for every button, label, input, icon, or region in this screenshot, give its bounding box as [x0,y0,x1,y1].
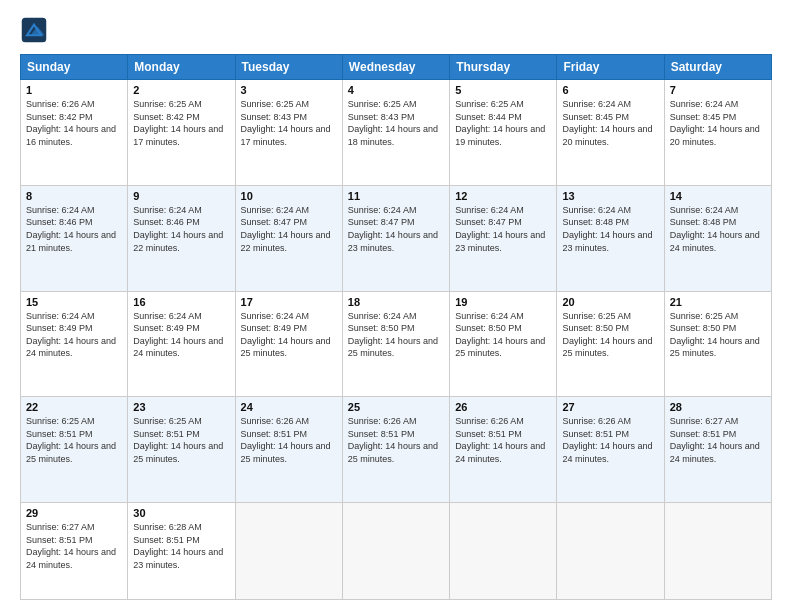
calendar-cell: 5Sunrise: 6:25 AMSunset: 8:44 PMDaylight… [450,80,557,186]
cell-info: Sunrise: 6:24 AMSunset: 8:46 PMDaylight:… [133,204,229,254]
day-number: 25 [348,401,444,413]
day-number: 2 [133,84,229,96]
calendar-cell: 12Sunrise: 6:24 AMSunset: 8:47 PMDayligh… [450,185,557,291]
day-number: 1 [26,84,122,96]
cell-info: Sunrise: 6:25 AMSunset: 8:50 PMDaylight:… [670,310,766,360]
cell-info: Sunrise: 6:25 AMSunset: 8:43 PMDaylight:… [241,98,337,148]
col-header-sunday: Sunday [21,55,128,80]
calendar-header-row: SundayMondayTuesdayWednesdayThursdayFrid… [21,55,772,80]
calendar-cell: 19Sunrise: 6:24 AMSunset: 8:50 PMDayligh… [450,291,557,397]
cell-info: Sunrise: 6:26 AMSunset: 8:51 PMDaylight:… [348,415,444,465]
day-number: 13 [562,190,658,202]
calendar-cell [557,503,664,600]
calendar-cell: 8Sunrise: 6:24 AMSunset: 8:46 PMDaylight… [21,185,128,291]
day-number: 6 [562,84,658,96]
calendar-cell: 22Sunrise: 6:25 AMSunset: 8:51 PMDayligh… [21,397,128,503]
cell-info: Sunrise: 6:24 AMSunset: 8:49 PMDaylight:… [26,310,122,360]
calendar-cell: 16Sunrise: 6:24 AMSunset: 8:49 PMDayligh… [128,291,235,397]
day-number: 3 [241,84,337,96]
calendar-cell: 27Sunrise: 6:26 AMSunset: 8:51 PMDayligh… [557,397,664,503]
day-number: 5 [455,84,551,96]
day-number: 12 [455,190,551,202]
calendar-cell: 1Sunrise: 6:26 AMSunset: 8:42 PMDaylight… [21,80,128,186]
col-header-thursday: Thursday [450,55,557,80]
calendar-cell: 4Sunrise: 6:25 AMSunset: 8:43 PMDaylight… [342,80,449,186]
calendar-cell: 25Sunrise: 6:26 AMSunset: 8:51 PMDayligh… [342,397,449,503]
calendar-cell: 3Sunrise: 6:25 AMSunset: 8:43 PMDaylight… [235,80,342,186]
cell-info: Sunrise: 6:26 AMSunset: 8:51 PMDaylight:… [241,415,337,465]
day-number: 24 [241,401,337,413]
cell-info: Sunrise: 6:24 AMSunset: 8:48 PMDaylight:… [670,204,766,254]
calendar-cell: 2Sunrise: 6:25 AMSunset: 8:42 PMDaylight… [128,80,235,186]
day-number: 17 [241,296,337,308]
calendar-cell: 10Sunrise: 6:24 AMSunset: 8:47 PMDayligh… [235,185,342,291]
cell-info: Sunrise: 6:24 AMSunset: 8:47 PMDaylight:… [455,204,551,254]
day-number: 23 [133,401,229,413]
calendar-cell [664,503,771,600]
day-number: 14 [670,190,766,202]
calendar-cell: 11Sunrise: 6:24 AMSunset: 8:47 PMDayligh… [342,185,449,291]
calendar-cell: 13Sunrise: 6:24 AMSunset: 8:48 PMDayligh… [557,185,664,291]
col-header-saturday: Saturday [664,55,771,80]
cell-info: Sunrise: 6:25 AMSunset: 8:50 PMDaylight:… [562,310,658,360]
cell-info: Sunrise: 6:24 AMSunset: 8:45 PMDaylight:… [562,98,658,148]
day-number: 28 [670,401,766,413]
day-number: 19 [455,296,551,308]
calendar-cell: 18Sunrise: 6:24 AMSunset: 8:50 PMDayligh… [342,291,449,397]
day-number: 11 [348,190,444,202]
col-header-monday: Monday [128,55,235,80]
calendar-cell: 29Sunrise: 6:27 AMSunset: 8:51 PMDayligh… [21,503,128,600]
cell-info: Sunrise: 6:26 AMSunset: 8:42 PMDaylight:… [26,98,122,148]
cell-info: Sunrise: 6:24 AMSunset: 8:50 PMDaylight:… [348,310,444,360]
cell-info: Sunrise: 6:25 AMSunset: 8:42 PMDaylight:… [133,98,229,148]
cell-info: Sunrise: 6:24 AMSunset: 8:48 PMDaylight:… [562,204,658,254]
cell-info: Sunrise: 6:24 AMSunset: 8:47 PMDaylight:… [348,204,444,254]
calendar-cell: 6Sunrise: 6:24 AMSunset: 8:45 PMDaylight… [557,80,664,186]
day-number: 4 [348,84,444,96]
day-number: 20 [562,296,658,308]
cell-info: Sunrise: 6:24 AMSunset: 8:46 PMDaylight:… [26,204,122,254]
calendar-row-2: 15Sunrise: 6:24 AMSunset: 8:49 PMDayligh… [21,291,772,397]
col-header-wednesday: Wednesday [342,55,449,80]
cell-info: Sunrise: 6:28 AMSunset: 8:51 PMDaylight:… [133,521,229,571]
day-number: 21 [670,296,766,308]
day-number: 9 [133,190,229,202]
cell-info: Sunrise: 6:26 AMSunset: 8:51 PMDaylight:… [562,415,658,465]
calendar-cell: 14Sunrise: 6:24 AMSunset: 8:48 PMDayligh… [664,185,771,291]
calendar-row-3: 22Sunrise: 6:25 AMSunset: 8:51 PMDayligh… [21,397,772,503]
calendar-row-1: 8Sunrise: 6:24 AMSunset: 8:46 PMDaylight… [21,185,772,291]
cell-info: Sunrise: 6:24 AMSunset: 8:49 PMDaylight:… [241,310,337,360]
cell-info: Sunrise: 6:26 AMSunset: 8:51 PMDaylight:… [455,415,551,465]
day-number: 27 [562,401,658,413]
logo-icon [20,16,48,44]
page: SundayMondayTuesdayWednesdayThursdayFrid… [0,0,792,612]
svg-rect-0 [22,18,47,43]
calendar-row-0: 1Sunrise: 6:26 AMSunset: 8:42 PMDaylight… [21,80,772,186]
calendar-cell [235,503,342,600]
calendar-cell: 15Sunrise: 6:24 AMSunset: 8:49 PMDayligh… [21,291,128,397]
day-number: 10 [241,190,337,202]
calendar-cell: 23Sunrise: 6:25 AMSunset: 8:51 PMDayligh… [128,397,235,503]
col-header-friday: Friday [557,55,664,80]
cell-info: Sunrise: 6:24 AMSunset: 8:45 PMDaylight:… [670,98,766,148]
cell-info: Sunrise: 6:24 AMSunset: 8:47 PMDaylight:… [241,204,337,254]
cell-info: Sunrise: 6:25 AMSunset: 8:51 PMDaylight:… [133,415,229,465]
day-number: 29 [26,507,122,519]
day-number: 7 [670,84,766,96]
day-number: 30 [133,507,229,519]
calendar-cell: 20Sunrise: 6:25 AMSunset: 8:50 PMDayligh… [557,291,664,397]
day-number: 26 [455,401,551,413]
logo [20,16,52,44]
cell-info: Sunrise: 6:27 AMSunset: 8:51 PMDaylight:… [670,415,766,465]
day-number: 18 [348,296,444,308]
calendar-cell: 26Sunrise: 6:26 AMSunset: 8:51 PMDayligh… [450,397,557,503]
calendar-cell [342,503,449,600]
calendar-cell: 21Sunrise: 6:25 AMSunset: 8:50 PMDayligh… [664,291,771,397]
day-number: 8 [26,190,122,202]
day-number: 16 [133,296,229,308]
calendar-cell: 30Sunrise: 6:28 AMSunset: 8:51 PMDayligh… [128,503,235,600]
calendar-row-4: 29Sunrise: 6:27 AMSunset: 8:51 PMDayligh… [21,503,772,600]
cell-info: Sunrise: 6:25 AMSunset: 8:43 PMDaylight:… [348,98,444,148]
calendar-cell: 7Sunrise: 6:24 AMSunset: 8:45 PMDaylight… [664,80,771,186]
calendar-cell: 17Sunrise: 6:24 AMSunset: 8:49 PMDayligh… [235,291,342,397]
